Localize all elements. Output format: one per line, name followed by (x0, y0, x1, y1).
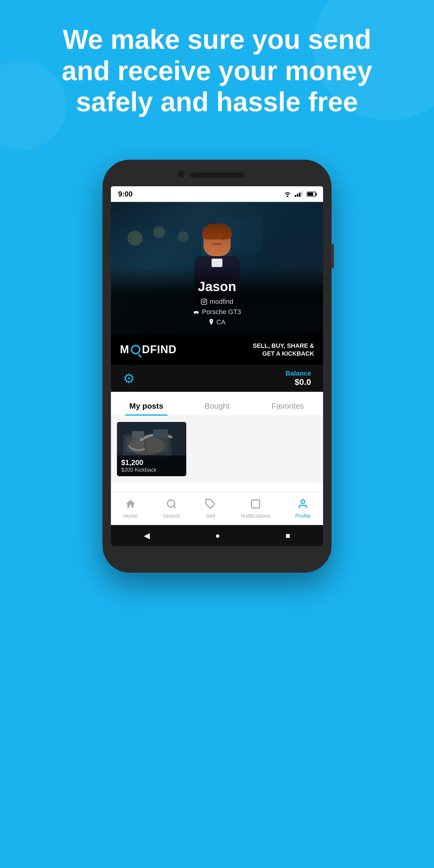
svg-rect-20 (153, 430, 168, 438)
svg-point-12 (194, 313, 195, 314)
svg-point-21 (129, 437, 165, 455)
profile-location: CA (117, 318, 317, 326)
logo-search-icon (131, 345, 141, 354)
post-item[interactable]: $1,200 $200 Kickback (117, 422, 186, 476)
svg-point-10 (203, 301, 205, 303)
post-price: $1,200 (121, 458, 182, 467)
phone-body: 9:00 (102, 160, 332, 572)
phone-side-button (332, 244, 334, 268)
posts-grid: $1,200 $200 Kickback (111, 416, 323, 482)
profile-car: Porsche GT3 (117, 308, 317, 316)
nav-search[interactable]: Search (163, 498, 180, 519)
svg-point-3 (153, 226, 165, 238)
svg-point-2 (127, 230, 143, 246)
nav-sell-label: Sell (206, 513, 215, 519)
bottom-nav: Home Search (111, 492, 323, 525)
notifications-icon (250, 498, 261, 511)
svg-point-11 (205, 300, 206, 301)
android-recent-button[interactable]: ■ (286, 531, 290, 540)
status-bar: 9:00 (111, 186, 323, 202)
svg-point-22 (167, 500, 175, 507)
post-kickback: $200 Kickback (121, 467, 182, 473)
brand-bar: M DFIND SELL, BUY, SHARE & GET A KICKBAC… (111, 335, 323, 365)
nav-search-label: Search (163, 513, 180, 519)
phone-screen: 9:00 (111, 186, 323, 546)
nav-notifications[interactable]: Notifications (241, 498, 270, 519)
post-price-section: $1,200 $200 Kickback (117, 456, 186, 476)
svg-rect-24 (251, 500, 259, 508)
balance-section: Balance $0.0 (286, 370, 311, 387)
android-nav-bar: ◀ ● ■ (111, 525, 323, 546)
nav-home-label: Home (123, 513, 138, 519)
status-icons (283, 191, 316, 197)
nav-home[interactable]: Home (123, 498, 138, 519)
nav-profile-label: Profile (296, 513, 311, 519)
profile-nav-icon (298, 498, 308, 511)
logo-text-2: DFIND (142, 343, 177, 356)
status-time: 9:00 (118, 190, 133, 198)
settings-icon[interactable]: ⚙ (123, 371, 135, 386)
phone-mockup: 9:00 (102, 160, 332, 572)
svg-point-25 (301, 500, 305, 503)
svg-point-4 (178, 231, 189, 242)
profile-info: Jason modfind Porsche GT3 CA (111, 267, 323, 335)
search-icon (166, 498, 177, 511)
tab-favorites[interactable]: Favorites (252, 401, 323, 415)
brand-tagline: SELL, BUY, SHARE & GET A KICKBACK (248, 342, 314, 358)
android-home-button[interactable]: ● (215, 531, 220, 540)
tab-my-posts[interactable]: My posts (111, 401, 182, 415)
profile-instagram: modfind (117, 298, 317, 306)
sell-icon (205, 498, 216, 511)
signal-icon (295, 191, 303, 197)
phone-camera (178, 170, 184, 177)
home-icon (125, 498, 136, 511)
svg-rect-9 (201, 299, 207, 304)
phone-speaker (190, 173, 244, 178)
hero-title: We make sure you send and receive your m… (0, 24, 434, 118)
balance-label: Balance (286, 370, 311, 377)
brand-logo: M DFIND (120, 343, 177, 356)
logo-text: M (120, 343, 129, 356)
svg-point-14 (211, 320, 212, 321)
profile-header: Jason modfind Porsche GT3 CA (111, 202, 323, 335)
svg-point-0 (287, 195, 288, 197)
nav-profile[interactable]: Profile (296, 498, 311, 519)
balance-amount: $0.0 (286, 377, 311, 387)
wifi-icon (283, 191, 292, 197)
profile-name: Jason (117, 279, 317, 294)
nav-notifications-label: Notifications (241, 513, 270, 519)
android-back-button[interactable]: ◀ (144, 531, 150, 540)
nav-sell[interactable]: Sell (205, 498, 216, 519)
battery-icon (307, 192, 316, 196)
profile-tabs: My posts Bought Favorites (111, 392, 323, 416)
tab-bought[interactable]: Bought (182, 401, 253, 415)
settings-balance-bar: ⚙ Balance $0.0 (111, 365, 323, 392)
svg-point-13 (197, 313, 198, 314)
